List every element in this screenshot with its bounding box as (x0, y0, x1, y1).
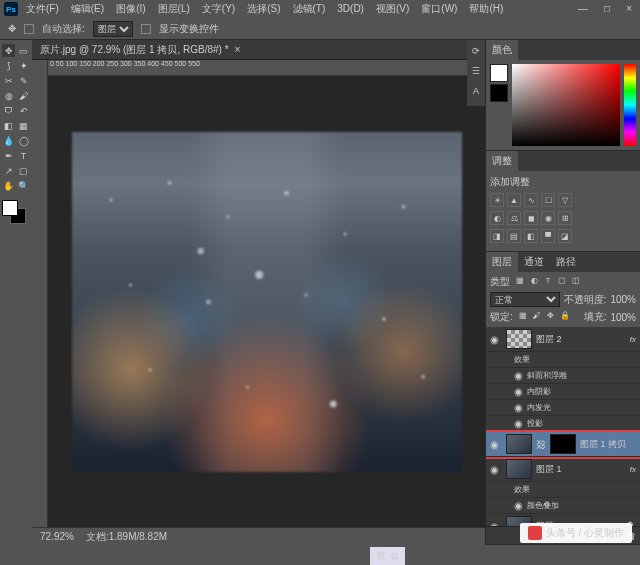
layer-name[interactable]: 图层 1 拷贝 (580, 438, 636, 451)
move-tool[interactable]: ✥ (2, 44, 15, 57)
properties-panel-icon[interactable]: ☰ (469, 66, 483, 80)
adjustments-tab[interactable]: 调整 (486, 151, 518, 171)
color-chip-fg[interactable] (490, 64, 508, 82)
layer-effect[interactable]: ◉投影 (486, 416, 640, 432)
lock-paint-icon[interactable]: 🖌 (531, 311, 543, 323)
gradient-tool[interactable]: ▦ (17, 119, 30, 132)
wand-tool[interactable]: ✦ (17, 59, 30, 72)
lasso-tool[interactable]: ⟆ (2, 59, 15, 72)
layers-tab[interactable]: 图层 (486, 252, 518, 272)
hue-icon[interactable]: ◐ (490, 211, 504, 225)
path-tool[interactable]: ↗ (2, 164, 15, 177)
levels-icon[interactable]: ▲ (507, 193, 521, 207)
exposure-icon[interactable]: ☐ (541, 193, 555, 207)
menu-select[interactable]: 选择(S) (243, 0, 284, 18)
history-panel-icon[interactable]: ⟳ (469, 46, 483, 60)
mask-link-icon[interactable]: ⛓ (536, 439, 546, 450)
brush-tool[interactable]: 🖌 (17, 89, 30, 102)
menu-file[interactable]: 文件(F) (22, 0, 63, 18)
canvas[interactable] (48, 76, 485, 527)
color-picker[interactable] (486, 60, 640, 150)
heal-tool[interactable]: ◍ (2, 89, 15, 102)
layer-effect[interactable]: ◉颜色叠加 (486, 498, 640, 514)
invert-icon[interactable]: ◨ (490, 229, 504, 243)
dodge-tool[interactable]: ◯ (17, 134, 30, 147)
zoom-level[interactable]: 72.92% (40, 531, 74, 542)
filter-type-icon[interactable]: T (542, 276, 554, 288)
layer-row[interactable]: ◉ 图层 1 fx (486, 457, 640, 482)
layer-thumb[interactable] (506, 459, 532, 479)
marquee-tool[interactable]: ▭ (17, 44, 30, 57)
close-tab-icon[interactable]: × (235, 44, 241, 55)
layer-row-selected[interactable]: ◉ ⛓ 图层 1 拷贝 (486, 432, 640, 457)
color-chip-bg[interactable] (490, 84, 508, 102)
layer-name[interactable]: 图层 2 (536, 333, 626, 346)
show-transform-checkbox[interactable] (141, 24, 151, 34)
ime-bar[interactable]: 英 ⚙ (370, 547, 405, 565)
type-tool[interactable]: T (17, 149, 30, 162)
paths-tab[interactable]: 路径 (550, 252, 582, 272)
posterize-icon[interactable]: ▤ (507, 229, 521, 243)
foreground-color[interactable] (2, 200, 18, 216)
vibrance-icon[interactable]: ▽ (558, 193, 572, 207)
menu-filter[interactable]: 滤镜(T) (289, 0, 330, 18)
window-maximize-icon[interactable]: □ (600, 0, 614, 18)
layer-row[interactable]: ◉ 图层 2 fx (486, 327, 640, 352)
menu-edit[interactable]: 编辑(E) (67, 0, 108, 18)
menu-view[interactable]: 视图(V) (372, 0, 413, 18)
gradmap-icon[interactable]: ▀ (541, 229, 555, 243)
auto-select-checkbox[interactable] (24, 24, 34, 34)
photofilter-icon[interactable]: ◉ (541, 211, 555, 225)
menu-help[interactable]: 帮助(H) (465, 0, 507, 18)
brightness-icon[interactable]: ☀ (490, 193, 504, 207)
filter-pixel-icon[interactable]: ▦ (514, 276, 526, 288)
channels-tab[interactable]: 通道 (518, 252, 550, 272)
menu-type[interactable]: 文字(Y) (198, 0, 239, 18)
filter-adjust-icon[interactable]: ◐ (528, 276, 540, 288)
blur-tool[interactable]: 💧 (2, 134, 15, 147)
fill-value[interactable]: 100% (610, 312, 636, 323)
stamp-tool[interactable]: ⛉ (2, 104, 15, 117)
layer-effect[interactable]: 效果 (486, 482, 640, 498)
layer-effect[interactable]: ◉斜面和浮雕 (486, 368, 640, 384)
visibility-icon[interactable]: ◉ (490, 334, 502, 345)
channelmixer-icon[interactable]: ⊞ (558, 211, 572, 225)
crop-tool[interactable]: ✂ (2, 74, 15, 87)
layer-thumb[interactable] (506, 329, 532, 349)
auto-select-target[interactable]: 图层 (93, 21, 133, 37)
color-swatches[interactable] (2, 200, 26, 224)
zoom-tool[interactable]: 🔍 (17, 179, 30, 192)
visibility-icon[interactable]: ◉ (490, 439, 502, 450)
character-panel-icon[interactable]: A (469, 86, 483, 100)
window-minimize-icon[interactable]: — (574, 0, 592, 18)
bw-icon[interactable]: ◼ (524, 211, 538, 225)
hue-slider[interactable] (624, 64, 636, 146)
visibility-icon[interactable]: ◉ (490, 464, 502, 475)
layer-effect[interactable]: ◉内阴影 (486, 384, 640, 400)
ime-settings-icon[interactable]: ⚙ (390, 551, 399, 562)
color-field[interactable] (512, 64, 620, 146)
window-close-icon[interactable]: × (622, 0, 636, 18)
lock-all-icon[interactable]: 🔒 (559, 311, 571, 323)
history-brush-tool[interactable]: ↶ (17, 104, 30, 117)
blend-mode-select[interactable]: 正常 (490, 292, 560, 307)
filter-shape-icon[interactable]: ▢ (556, 276, 568, 288)
color-tab[interactable]: 颜色 (486, 40, 518, 60)
layer-fx-badge[interactable]: fx (630, 465, 636, 474)
layer-effect[interactable]: ◉内发光 (486, 400, 640, 416)
opacity-value[interactable]: 100% (610, 294, 636, 305)
curves-icon[interactable]: ∿ (524, 193, 538, 207)
eraser-tool[interactable]: ◧ (2, 119, 15, 132)
layer-mask-thumb[interactable] (550, 434, 576, 454)
menu-image[interactable]: 图像(I) (112, 0, 149, 18)
pen-tool[interactable]: ✒ (2, 149, 15, 162)
menu-window[interactable]: 窗口(W) (417, 0, 461, 18)
ime-mode[interactable]: 英 (376, 549, 386, 563)
threshold-icon[interactable]: ◧ (524, 229, 538, 243)
lock-trans-icon[interactable]: ▦ (517, 311, 529, 323)
eyedropper-tool[interactable]: ✎ (17, 74, 30, 87)
document-tab[interactable]: 原片.jpg @ 72.9% (图层 1 拷贝, RGB/8#) * × (32, 40, 485, 60)
filter-smart-icon[interactable]: ◫ (570, 276, 582, 288)
layer-thumb[interactable] (506, 434, 532, 454)
layer-fx-badge[interactable]: fx (630, 335, 636, 344)
